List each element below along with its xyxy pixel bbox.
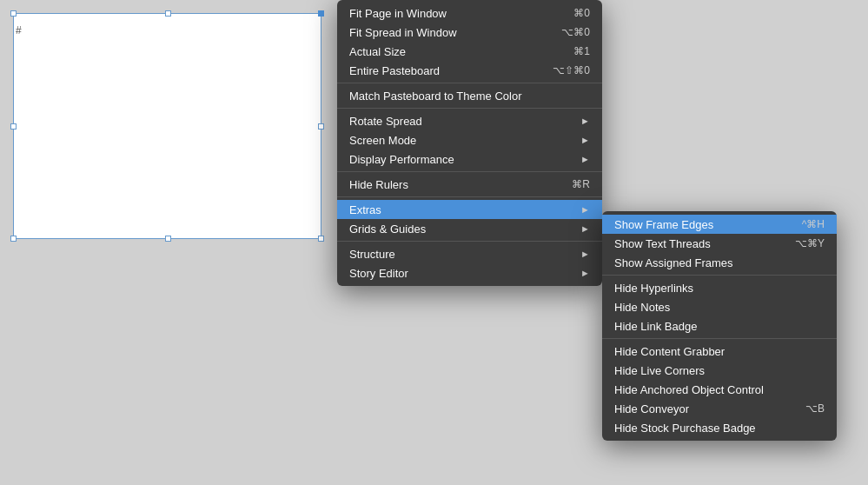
menu-item-actual-size[interactable]: Actual Size ⌘1 <box>337 42 602 61</box>
menu-label-display-performance: Display Performance <box>349 153 573 166</box>
menu-label-match-pasteboard: Match Pasteboard to Theme Color <box>349 90 590 103</box>
submenu-label-show-text-threads: Show Text Threads <box>614 237 778 250</box>
submenu-item-hide-live-corners[interactable]: Hide Live Corners <box>602 361 837 380</box>
submenu-item-hide-hyperlinks[interactable]: Hide Hyperlinks <box>602 278 837 297</box>
separator-1 <box>337 83 602 83</box>
submenu-label-hide-link-badge: Hide Link Badge <box>614 320 825 333</box>
menu-item-fit-spread[interactable]: Fit Spread in Window ⌥⌘0 <box>337 23 602 42</box>
menu-item-rotate-spread[interactable]: Rotate Spread ► <box>337 111 602 130</box>
arrow-structure: ► <box>580 249 590 259</box>
handle-tl <box>10 10 17 17</box>
separator-5 <box>337 241 602 242</box>
menu-item-extras[interactable]: Extras ► <box>337 200 602 219</box>
extras-submenu: Show Frame Edges ^⌘H Show Text Threads ⌥… <box>602 211 837 441</box>
submenu-item-hide-link-badge[interactable]: Hide Link Badge <box>602 316 837 336</box>
menu-item-match-pasteboard[interactable]: Match Pasteboard to Theme Color <box>337 86 602 105</box>
submenu-separator-1 <box>602 275 837 276</box>
submenu-label-show-assigned-frames: Show Assigned Frames <box>614 256 825 269</box>
menu-label-entire-pasteboard: Entire Pasteboard <box>349 64 535 77</box>
submenu-item-show-assigned-frames[interactable]: Show Assigned Frames <box>602 253 837 272</box>
menu-label-fit-spread: Fit Spread in Window <box>349 26 544 39</box>
handle-tm <box>165 10 171 17</box>
menu-item-screen-mode[interactable]: Screen Mode ► <box>337 130 602 149</box>
handle-ml <box>10 123 17 130</box>
submenu-item-hide-stock-badge[interactable]: Hide Stock Purchase Badge <box>602 418 837 437</box>
submenu-shortcut-show-frame-edges: ^⌘H <box>802 218 825 230</box>
menu-shortcut-fit-spread: ⌥⌘0 <box>561 26 590 38</box>
arrow-rotate-spread: ► <box>580 116 590 126</box>
submenu-shortcut-show-text-threads: ⌥⌘Y <box>795 237 825 249</box>
menu-item-entire-pasteboard[interactable]: Entire Pasteboard ⌥⇧⌘0 <box>337 61 602 80</box>
handle-bl <box>10 236 17 242</box>
submenu-label-hide-content-grabber: Hide Content Grabber <box>614 345 825 358</box>
submenu-item-hide-content-grabber[interactable]: Hide Content Grabber <box>602 342 837 361</box>
handle-br <box>318 236 324 242</box>
submenu-item-show-frame-edges[interactable]: Show Frame Edges ^⌘H <box>602 215 837 234</box>
canvas-frame <box>13 13 321 239</box>
submenu-label-hide-anchored-object: Hide Anchored Object Control <box>614 383 825 396</box>
submenu-shortcut-hide-conveyor: ⌥B <box>805 402 825 415</box>
context-menu: Fit Page in Window ⌘0 Fit Spread in Wind… <box>337 0 602 286</box>
menu-shortcut-fit-page: ⌘0 <box>573 7 590 19</box>
submenu-item-hide-conveyor[interactable]: Hide Conveyor ⌥B <box>602 399 837 418</box>
handle-bm <box>165 236 171 242</box>
frame-hash-symbol: # <box>16 24 22 37</box>
menu-label-hide-rulers: Hide Rulers <box>349 178 554 191</box>
submenu-label-show-frame-edges: Show Frame Edges <box>614 218 785 231</box>
separator-3 <box>337 171 602 172</box>
submenu-label-hide-hyperlinks: Hide Hyperlinks <box>614 282 825 295</box>
submenu-item-hide-anchored-object[interactable]: Hide Anchored Object Control <box>602 380 837 399</box>
arrow-extras: ► <box>580 204 590 215</box>
menu-label-structure: Structure <box>349 248 573 261</box>
separator-4 <box>337 196 602 197</box>
submenu-label-hide-conveyor: Hide Conveyor <box>614 402 788 415</box>
arrow-display-performance: ► <box>580 154 590 164</box>
menu-label-fit-page: Fit Page in Window <box>349 7 556 20</box>
menu-label-actual-size: Actual Size <box>349 45 556 58</box>
menu-item-hide-rulers[interactable]: Hide Rulers ⌘R <box>337 175 602 194</box>
menu-label-extras: Extras <box>349 203 573 216</box>
separator-2 <box>337 108 602 109</box>
menu-shortcut-hide-rulers: ⌘R <box>572 178 590 190</box>
submenu-item-show-text-threads[interactable]: Show Text Threads ⌥⌘Y <box>602 234 837 253</box>
menu-label-story-editor: Story Editor <box>349 267 573 280</box>
menu-shortcut-actual-size: ⌘1 <box>573 45 590 57</box>
menu-item-grids-guides[interactable]: Grids & Guides ► <box>337 219 602 238</box>
menu-item-structure[interactable]: Structure ► <box>337 244 602 263</box>
submenu-label-hide-notes: Hide Notes <box>614 301 825 314</box>
menu-shortcut-entire-pasteboard: ⌥⇧⌘0 <box>553 64 590 76</box>
arrow-screen-mode: ► <box>580 135 590 145</box>
arrow-story-editor: ► <box>580 268 590 278</box>
submenu-item-hide-notes[interactable]: Hide Notes <box>602 297 837 316</box>
submenu-label-hide-live-corners: Hide Live Corners <box>614 364 825 377</box>
menu-label-screen-mode: Screen Mode <box>349 134 573 147</box>
handle-tr <box>318 10 324 17</box>
submenu-label-hide-stock-badge: Hide Stock Purchase Badge <box>614 422 825 435</box>
menu-label-rotate-spread: Rotate Spread <box>349 115 573 128</box>
arrow-grids-guides: ► <box>580 223 590 234</box>
handle-mr <box>318 123 324 130</box>
submenu-separator-2 <box>602 338 837 339</box>
menu-item-story-editor[interactable]: Story Editor ► <box>337 263 602 282</box>
menu-item-display-performance[interactable]: Display Performance ► <box>337 149 602 169</box>
menu-item-fit-page[interactable]: Fit Page in Window ⌘0 <box>337 3 602 23</box>
menu-label-grids-guides: Grids & Guides <box>349 223 573 236</box>
